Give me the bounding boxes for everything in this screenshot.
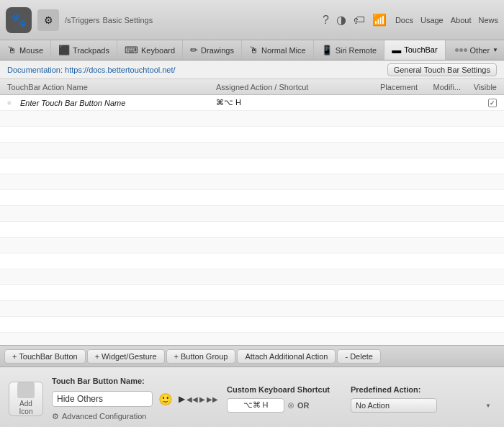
empty-row	[0, 158, 504, 174]
name-row: 🙂 ▶ ◀◀ ▶ ▶▶	[52, 391, 218, 408]
delete-button[interactable]: - Delete	[337, 349, 381, 364]
usage-icon[interactable]: ◑	[336, 13, 346, 27]
cursor-icon: ▶	[179, 394, 185, 404]
docs-bar: Documentation: https://docs.bettertoucht…	[0, 60, 504, 79]
table-row[interactable]: ≡ Enter Touch Bar Button Name ⌘⌥ H ✓	[0, 95, 504, 111]
name-field-label: Touch Bar Button Name:	[52, 377, 218, 385]
icon-placeholder	[17, 382, 35, 398]
empty-row	[0, 174, 504, 190]
predefined-section: Predefined Action: No Action ▼	[351, 385, 495, 413]
empty-row	[0, 127, 504, 143]
drawings-icon: ✏	[190, 45, 198, 55]
general-touch-bar-settings-button[interactable]: General Touch Bar Settings	[387, 63, 497, 76]
top-bar-links: Docs Usage About News	[395, 16, 498, 24]
empty-row	[0, 143, 504, 158]
tab-mouse[interactable]: 🖱 Mouse	[0, 40, 51, 60]
arrow-buttons: ▶ ◀◀ ▶ ▶▶	[179, 394, 218, 404]
tab-normal-mice[interactable]: 🖱 Normal Mice	[242, 40, 314, 60]
top-bar: 🐾 ⚙ /sTriggers Basic Settings ? ◑ 🏷 📶 Do…	[0, 0, 504, 40]
rewind-icon[interactable]: ◀◀	[186, 395, 198, 403]
normal-mice-icon: 🖱	[249, 45, 258, 55]
row-shortcut: ⌘⌥ H	[216, 98, 360, 107]
visible-checkbox[interactable]: ✓	[488, 99, 497, 107]
predefined-select-wrapper: No Action ▼	[351, 398, 495, 413]
empty-row	[0, 253, 504, 269]
shortcut-clear-icon[interactable]: ⊗	[287, 400, 294, 410]
dropdown-arrow-icon: ▼	[492, 47, 498, 53]
table-body: ≡ Enter Touch Bar Button Name ⌘⌥ H ✓	[0, 95, 504, 345]
keyboard-icon: ⌨	[125, 45, 138, 55]
gear-button[interactable]: ⚙	[37, 9, 59, 31]
app-icon: 🐾	[6, 7, 32, 33]
tab-other[interactable]: Other ▼	[449, 40, 504, 60]
docs-url[interactable]: https://docs.bettertouchtool.net/	[65, 66, 175, 74]
play-icon[interactable]: ▶	[199, 395, 205, 403]
select-arrow-icon: ▼	[485, 402, 491, 408]
mouse-icon: 🖱	[7, 45, 17, 55]
shortcut-field-label: Custom Keyboard Shortcut	[227, 385, 342, 394]
tab-drawings-label: Drawings	[201, 46, 234, 55]
add-widget-button[interactable]: + Widget/Gesture	[87, 349, 165, 364]
tab-drawings[interactable]: ✏ Drawings	[183, 40, 242, 60]
tab-trackpads[interactable]: ⬛ Trackpads	[51, 40, 117, 60]
tab-touchbar[interactable]: ▬ TouchBar	[384, 40, 445, 60]
advanced-config-label: Advanced Configuration	[62, 412, 146, 421]
attach-additional-action-button[interactable]: Attach Additional Action	[237, 349, 336, 364]
tab-bar: 🖱 Mouse ⬛ Trackpads ⌨ Keyboard ✏ Drawing…	[0, 40, 504, 60]
usage-link[interactable]: Usage	[420, 16, 444, 24]
empty-row	[0, 301, 504, 317]
add-button-group-button[interactable]: + Button Group	[166, 349, 236, 364]
advanced-config-row[interactable]: ⚙ Advanced Configuration	[52, 412, 218, 421]
empty-row	[0, 238, 504, 253]
basic-settings-label: Basic Settings	[103, 16, 153, 24]
tab-other-label: Other	[470, 46, 490, 55]
tab-touchbar-label: TouchBar	[404, 45, 437, 54]
top-bar-icons: ? ◑ 🏷 📶	[323, 13, 387, 27]
add-icon-label: AddIcon	[19, 400, 33, 415]
empty-row	[0, 333, 504, 345]
signal-icon[interactable]: 📶	[372, 13, 387, 27]
tag-icon[interactable]: 🏷	[354, 14, 365, 27]
empty-row	[0, 206, 504, 222]
col-name-header: TouchBar Action Name	[7, 83, 216, 91]
tab-siri-remote[interactable]: 📱 Siri Remote	[314, 40, 384, 60]
row-visible: ✓	[461, 98, 497, 107]
bottom-toolbar: + TouchBar Button + Widget/Gesture + But…	[0, 345, 504, 367]
about-link[interactable]: About	[451, 16, 472, 24]
tab-siri-remote-label: Siri Remote	[336, 46, 377, 55]
button-name-input[interactable]	[52, 391, 153, 407]
col-shortcut-header: Assigned Action / Shortcut	[216, 83, 360, 91]
or-label: OR	[297, 401, 310, 410]
config-panel: AddIcon Touch Bar Button Name: 🙂 ▶ ◀◀ ▶ …	[0, 367, 504, 427]
predefined-action-select[interactable]: No Action	[351, 398, 437, 413]
col-modifi-header: Modifi...	[418, 83, 461, 91]
table-area: TouchBar Action Name Assigned Action / S…	[0, 79, 504, 427]
fast-forward-icon[interactable]: ▶▶	[207, 395, 218, 403]
top-bar-right: ? ◑ 🏷 📶 Docs Usage About News	[323, 13, 498, 27]
shortcut-input[interactable]	[227, 398, 284, 413]
advanced-gear-icon: ⚙	[52, 412, 59, 421]
empty-row	[0, 222, 504, 238]
tab-keyboard-label: Keyboard	[141, 46, 175, 55]
config-fields: Touch Bar Button Name: 🙂 ▶ ◀◀ ▶ ▶▶ ⚙ Adv…	[52, 377, 218, 421]
docs-link[interactable]: Docs	[395, 16, 413, 24]
news-link[interactable]: News	[478, 16, 498, 24]
add-touchbar-button[interactable]: + TouchBar Button	[4, 349, 86, 364]
help-icon[interactable]: ?	[323, 14, 329, 27]
table-header: TouchBar Action Name Assigned Action / S…	[0, 79, 504, 95]
tab-keyboard[interactable]: ⌨ Keyboard	[117, 40, 183, 60]
col-placement-header: Placement	[360, 83, 418, 91]
add-icon-button[interactable]: AddIcon	[9, 382, 43, 416]
row-handle-icon: ≡	[7, 99, 17, 107]
siri-remote-icon: 📱	[321, 45, 333, 55]
touchbar-icon: ▬	[392, 45, 401, 55]
empty-row	[0, 190, 504, 206]
predefined-field-label: Predefined Action:	[351, 385, 495, 394]
docs-label: Documentation: https://docs.bettertoucht…	[7, 66, 176, 74]
settings-triggers-label: /sTriggers	[65, 16, 100, 24]
shortcut-input-row: ⊗ OR	[227, 398, 342, 413]
main-content: TouchBar Action Name Assigned Action / S…	[0, 79, 504, 427]
empty-row	[0, 285, 504, 301]
emoji-button[interactable]: 🙂	[157, 391, 174, 408]
empty-row	[0, 111, 504, 127]
